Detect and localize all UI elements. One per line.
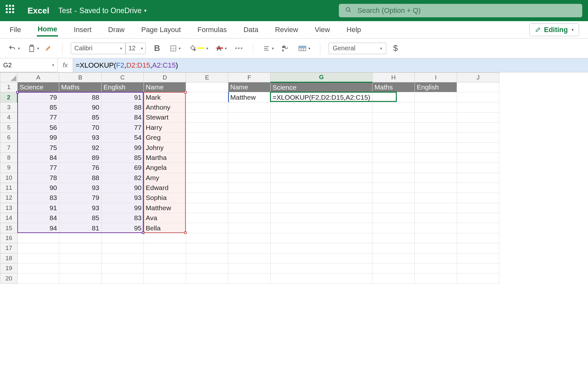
cell-A15[interactable]: 94 bbox=[18, 223, 59, 233]
name-box[interactable]: G2 ▾ bbox=[0, 58, 58, 72]
cell-E4[interactable] bbox=[186, 112, 228, 122]
cell-E7[interactable] bbox=[186, 143, 228, 153]
cell-A20[interactable] bbox=[18, 273, 59, 283]
cell-E18[interactable] bbox=[186, 253, 228, 263]
cell-G8[interactable] bbox=[271, 153, 372, 162]
cell-D5[interactable]: Harry bbox=[144, 122, 186, 132]
cell-F17[interactable] bbox=[228, 243, 271, 253]
cell-I3[interactable] bbox=[415, 102, 457, 112]
cell-J10[interactable] bbox=[457, 173, 499, 183]
more-font-options[interactable]: ••• bbox=[234, 44, 245, 53]
cell-I12[interactable] bbox=[415, 193, 457, 203]
cell-I11[interactable] bbox=[415, 183, 457, 193]
cell-F4[interactable] bbox=[228, 112, 271, 122]
cell-D12[interactable]: Sophia bbox=[144, 193, 186, 203]
cell-G13[interactable] bbox=[271, 203, 372, 213]
cell-D13[interactable]: Matthew bbox=[144, 203, 186, 213]
fx-icon[interactable]: fx bbox=[58, 58, 73, 72]
row-header-6[interactable]: 6 bbox=[0, 132, 18, 142]
cell-D17[interactable] bbox=[144, 243, 186, 253]
cell-F14[interactable] bbox=[228, 213, 271, 223]
row-header-2[interactable]: 2 bbox=[0, 92, 18, 102]
cell-I20[interactable] bbox=[415, 273, 457, 283]
cell-E13[interactable] bbox=[186, 203, 228, 213]
cell-C9[interactable]: 69 bbox=[102, 163, 144, 173]
cell-A1[interactable]: Science bbox=[18, 82, 59, 92]
wrap-text-button[interactable]: abc bbox=[281, 44, 291, 53]
cell-G3[interactable] bbox=[271, 102, 372, 112]
cell-J16[interactable] bbox=[457, 233, 499, 243]
cell-D7[interactable]: Johny bbox=[144, 143, 186, 153]
cell-I7[interactable] bbox=[415, 143, 457, 153]
cell-D8[interactable]: Martha bbox=[144, 153, 186, 162]
cell-H16[interactable] bbox=[372, 233, 415, 243]
cell-E14[interactable] bbox=[186, 213, 228, 223]
cell-A2[interactable]: 79 bbox=[18, 92, 59, 102]
cell-A12[interactable]: 83 bbox=[18, 193, 59, 203]
align-button[interactable]: ▾ bbox=[262, 44, 275, 53]
cell-J12[interactable] bbox=[457, 193, 499, 203]
cell-B10[interactable]: 88 bbox=[59, 173, 102, 183]
cell-E9[interactable] bbox=[186, 163, 228, 173]
merge-center-button[interactable]: ▾ bbox=[297, 44, 312, 53]
cell-F3[interactable] bbox=[228, 102, 271, 112]
cell-D16[interactable] bbox=[144, 233, 186, 243]
cell-I4[interactable] bbox=[415, 112, 457, 122]
cell-C13[interactable]: 99 bbox=[102, 203, 144, 213]
cell-F10[interactable] bbox=[228, 173, 271, 183]
cell-J9[interactable] bbox=[457, 163, 499, 173]
cell-F7[interactable] bbox=[228, 143, 271, 153]
column-header-I[interactable]: I bbox=[415, 73, 457, 82]
cell-G14[interactable] bbox=[271, 213, 372, 223]
cell-B11[interactable]: 93 bbox=[59, 183, 102, 193]
tab-formulas[interactable]: Formulas bbox=[197, 24, 228, 36]
cell-G17[interactable] bbox=[271, 243, 372, 253]
cell-B5[interactable]: 70 bbox=[59, 122, 102, 132]
cell-C11[interactable]: 90 bbox=[102, 183, 144, 193]
cell-J2[interactable] bbox=[457, 92, 499, 102]
cell-E10[interactable] bbox=[186, 173, 228, 183]
tab-draw[interactable]: Draw bbox=[108, 24, 125, 36]
borders-button[interactable]: ▾ bbox=[168, 44, 182, 53]
cell-B14[interactable]: 85 bbox=[59, 213, 102, 223]
format-painter-button[interactable] bbox=[44, 44, 54, 53]
cell-I1[interactable]: English bbox=[415, 82, 457, 92]
cell-D10[interactable]: Amy bbox=[144, 173, 186, 183]
cell-H18[interactable] bbox=[372, 253, 415, 263]
cell-E12[interactable] bbox=[186, 193, 228, 203]
row-header-20[interactable]: 20 bbox=[0, 273, 18, 283]
cell-F18[interactable] bbox=[228, 253, 271, 263]
row-header-17[interactable]: 17 bbox=[0, 243, 18, 253]
tab-insert[interactable]: Insert bbox=[73, 24, 92, 36]
bold-button[interactable]: B bbox=[151, 43, 163, 53]
row-header-19[interactable]: 19 bbox=[0, 263, 18, 273]
cell-D6[interactable]: Greg bbox=[144, 132, 186, 142]
cell-D15[interactable]: Bella bbox=[144, 223, 186, 233]
cell-J18[interactable] bbox=[457, 253, 499, 263]
cell-H20[interactable] bbox=[372, 273, 415, 283]
font-name-select[interactable]: Calibri▾ bbox=[71, 43, 126, 54]
cell-I13[interactable] bbox=[415, 203, 457, 213]
cell-E6[interactable] bbox=[186, 132, 228, 142]
cell-A13[interactable]: 91 bbox=[18, 203, 59, 213]
cell-G4[interactable] bbox=[271, 112, 372, 122]
tab-home[interactable]: Home bbox=[37, 23, 58, 37]
cell-E17[interactable] bbox=[186, 243, 228, 253]
row-header-16[interactable]: 16 bbox=[0, 233, 18, 243]
row-header-9[interactable]: 9 bbox=[0, 163, 18, 173]
cell-D2[interactable]: Mark bbox=[144, 92, 186, 102]
row-header-11[interactable]: 11 bbox=[0, 183, 18, 193]
cell-G18[interactable] bbox=[271, 253, 372, 263]
row-header-1[interactable]: 1 bbox=[0, 82, 18, 92]
spreadsheet-grid[interactable]: ABCDEFGHIJ1ScienceMathsEnglishNameNameSc… bbox=[0, 72, 588, 284]
cell-J3[interactable] bbox=[457, 102, 499, 112]
cell-G1[interactable]: Science bbox=[271, 82, 372, 92]
app-launcher-icon[interactable] bbox=[6, 5, 17, 16]
cell-C1[interactable]: English bbox=[102, 82, 144, 92]
cell-F20[interactable] bbox=[228, 273, 271, 283]
cell-C16[interactable] bbox=[102, 233, 144, 243]
cell-C19[interactable] bbox=[102, 263, 144, 273]
font-selector[interactable]: Calibri▾ 12▾ bbox=[71, 43, 146, 54]
cell-C5[interactable]: 77 bbox=[102, 122, 144, 132]
cell-G12[interactable] bbox=[271, 193, 372, 203]
